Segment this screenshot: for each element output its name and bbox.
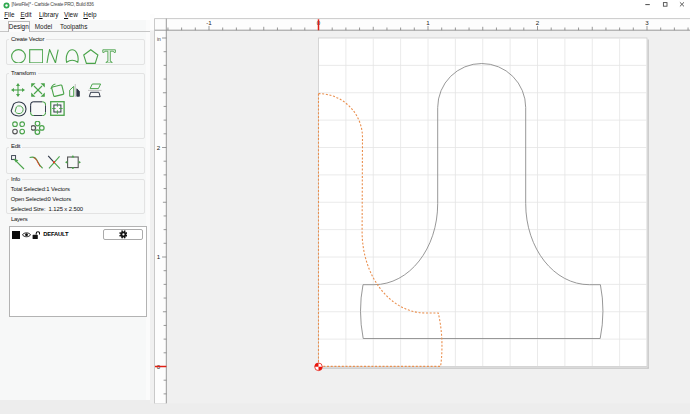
svg-text:2: 2 [536, 19, 540, 26]
svg-text:3: 3 [645, 19, 649, 26]
svg-text:2: 2 [157, 144, 161, 151]
svg-text:in: in [157, 37, 161, 42]
svg-text:1: 1 [157, 253, 161, 260]
svg-text:1: 1 [426, 19, 430, 26]
svg-text:-1: -1 [206, 19, 212, 26]
